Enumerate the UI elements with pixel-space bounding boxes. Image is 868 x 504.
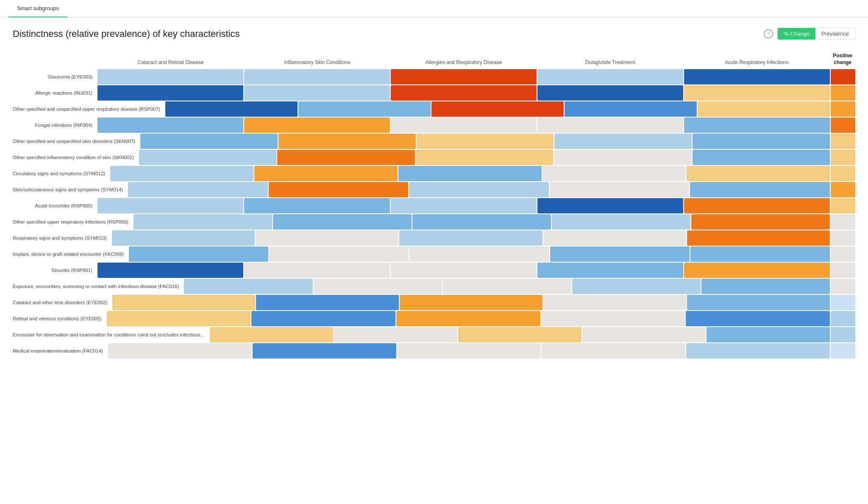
table-row-16: Encounter for observation and examinatio… <box>13 327 855 342</box>
cell-17-2 <box>397 343 541 358</box>
positive-cell-2 <box>831 101 855 117</box>
cell-16-2 <box>458 327 581 342</box>
cell-13-4 <box>701 279 830 294</box>
row-cells-15 <box>107 311 830 326</box>
cell-8-3 <box>537 198 683 213</box>
cell-6-0 <box>110 166 253 181</box>
row-label-14: Cataract and other lens disorders (EYE00… <box>13 295 112 310</box>
cell-13-3 <box>572 279 701 294</box>
percent-change-button[interactable]: % Change <box>778 28 815 39</box>
row-label-3: Fungal infections (INF004) <box>13 118 97 133</box>
cell-1-3 <box>537 85 683 101</box>
cell-11-4 <box>690 246 830 262</box>
cell-6-1 <box>254 166 398 181</box>
cell-14-1 <box>256 295 399 310</box>
cell-3-3 <box>537 118 683 133</box>
cell-7-1 <box>269 182 409 197</box>
table-row-10: Respiratory signs and symptoms (SYM013) <box>13 230 855 246</box>
row-cells-4 <box>140 134 830 149</box>
cell-12-4 <box>684 263 830 278</box>
positive-cell-12 <box>831 263 855 278</box>
page-header: Distinctness (relative prevalence) of ke… <box>13 28 855 40</box>
positive-cell-16 <box>831 327 855 342</box>
row-cells-16 <box>210 327 830 342</box>
help-icon[interactable]: ? <box>764 29 773 39</box>
cell-7-3 <box>550 182 690 197</box>
positive-cell-10 <box>831 230 855 246</box>
row-cells-14 <box>112 295 830 310</box>
cell-2-4 <box>698 101 830 117</box>
row-label-7: Skin/subcutaneous signs and symptoms (SY… <box>13 182 128 197</box>
cell-7-0 <box>128 182 268 197</box>
row-label-12: Sinusitis (RSP001) <box>13 263 97 278</box>
table-row-7: Skin/subcutaneous signs and symptoms (SY… <box>13 182 855 197</box>
view-toggle: % Change Prevalence <box>777 28 855 40</box>
cell-1-4 <box>684 85 830 101</box>
cell-9-0 <box>134 214 272 230</box>
cell-15-3 <box>541 311 685 326</box>
cell-17-0 <box>108 343 252 358</box>
col-header-3: Dulaglutide Treatment <box>537 59 684 70</box>
row-label-0: Glaucoma (EYE003) <box>13 69 97 84</box>
cell-0-1 <box>244 69 390 84</box>
positive-change-header: Positive change <box>830 53 855 69</box>
cell-12-0 <box>97 263 243 278</box>
cell-0-2 <box>391 69 537 84</box>
tab-bar: Smart subgroups <box>0 0 868 17</box>
table-row-2: Other specified and unspecified upper re… <box>13 101 855 117</box>
row-label-1: Allergic reactions (INJ031) <box>13 85 97 101</box>
cell-1-0 <box>97 85 243 101</box>
table-row-4: Other specified and unspecified skin dis… <box>13 134 855 149</box>
cell-9-2 <box>412 214 551 230</box>
table-row-17: Medical examination/evaluation (FAC014) <box>13 343 855 358</box>
cell-4-1 <box>278 134 416 149</box>
row-cells-11 <box>129 246 830 262</box>
row-label-13: Exposure, encounters, screening or conta… <box>13 279 184 294</box>
cell-16-1 <box>334 327 457 342</box>
table-row-6: Circulatory signs and symptoms (SYM012) <box>13 166 855 181</box>
table-row-3: Fungal infections (INF004) <box>13 118 855 133</box>
row-cells-10 <box>112 230 830 246</box>
col-header-0: Cataract and Retinal Disease <box>97 59 244 70</box>
tab-smart-subgroups[interactable]: Smart subgroups <box>8 0 67 17</box>
row-cells-9 <box>134 214 830 230</box>
cell-6-4 <box>687 166 830 181</box>
cell-8-1 <box>244 198 390 213</box>
row-cells-3 <box>97 118 830 133</box>
table-row-12: Sinusitis (RSP001) <box>13 263 855 278</box>
cell-2-1 <box>298 101 431 117</box>
positive-cell-7 <box>831 182 855 197</box>
positive-cell-1 <box>831 85 855 101</box>
cell-17-3 <box>542 343 685 358</box>
row-label-10: Respiratory signs and symptoms (SYM013) <box>13 230 112 246</box>
row-cells-17 <box>108 343 830 358</box>
cell-3-4 <box>684 118 830 133</box>
cell-8-2 <box>391 198 537 213</box>
cell-14-3 <box>543 295 686 310</box>
cell-11-3 <box>550 246 690 262</box>
row-label-8: Acute bronchitis (RSP005) <box>13 198 97 213</box>
row-label-11: Implant, device or graft related encount… <box>13 246 129 262</box>
table-row-15: Retinal and vitreous conditions (EYE005) <box>13 311 855 326</box>
col-header-4: Acute Respiratory Infections <box>683 59 830 70</box>
col-header-2: Allergies and Respiratory Disease <box>390 59 537 70</box>
prevalence-button[interactable]: Prevalence <box>815 28 855 39</box>
positive-cell-11 <box>831 246 855 262</box>
positive-cell-4 <box>831 134 855 149</box>
cell-11-2 <box>409 246 549 262</box>
positive-cell-0 <box>831 69 855 84</box>
table-row-11: Implant, device or graft related encount… <box>13 246 855 262</box>
row-cells-0 <box>97 69 830 84</box>
cell-10-1 <box>256 230 398 246</box>
positive-cell-14 <box>831 295 855 310</box>
header-controls: ? % Change Prevalence <box>764 28 855 40</box>
cell-15-2 <box>396 311 540 326</box>
row-cells-7 <box>128 182 830 197</box>
cell-5-0 <box>139 150 276 165</box>
cell-16-0 <box>210 327 333 342</box>
row-label-2: Other specified and unspecified upper re… <box>13 101 165 117</box>
cell-16-3 <box>582 327 706 342</box>
cell-1-2 <box>391 85 537 101</box>
cell-5-2 <box>416 150 553 165</box>
row-label-9: Other specified upper respiratory infect… <box>13 214 134 230</box>
